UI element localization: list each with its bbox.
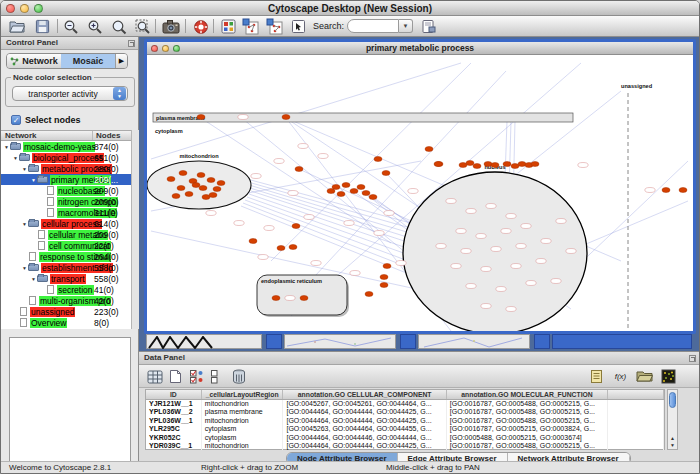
network-node[interactable] (380, 283, 388, 288)
network-node[interactable] (277, 246, 285, 251)
network-node[interactable] (318, 154, 328, 159)
annotation-icon[interactable] (289, 17, 308, 36)
network-node[interactable] (357, 185, 365, 190)
tree-row[interactable]: unassigned223(0) (1, 306, 131, 317)
background-window-fragment[interactable] (534, 334, 550, 349)
network-node[interactable] (506, 214, 516, 219)
table-row[interactable]: YKR052Ccytoplasm[GO:0044464, GO:0044446,… (146, 434, 664, 442)
network-node[interactable] (207, 178, 215, 183)
tab-overflow-icon[interactable]: ▶ (115, 54, 127, 68)
network-node[interactable] (209, 193, 217, 198)
table-row[interactable]: YDR039C__1mitochondrion[GO:0044464, GO:0… (146, 442, 664, 450)
network-node[interactable] (556, 219, 566, 224)
search-input[interactable] (347, 19, 399, 33)
tree-row[interactable]: cell communicat22(0) (1, 240, 131, 251)
zoom-in-icon[interactable] (85, 17, 104, 36)
birdseye-view-panel[interactable] (9, 337, 131, 474)
network-node[interactable] (383, 264, 391, 269)
network-node[interactable] (382, 171, 390, 176)
network-node[interactable] (425, 147, 433, 152)
network-node[interactable] (466, 209, 476, 214)
network-node[interactable] (491, 163, 499, 168)
network-node[interactable] (199, 186, 207, 191)
network-view-titlebar[interactable]: primary metabolic process (147, 42, 693, 55)
network-node[interactable] (342, 183, 350, 188)
network-node[interactable] (365, 292, 373, 297)
network-node[interactable] (541, 239, 551, 244)
network-node[interactable] (518, 162, 526, 167)
network-node[interactable] (473, 164, 481, 169)
region-plasma-membrane[interactable] (153, 113, 573, 122)
float-panel-icon[interactable] (689, 355, 696, 362)
tree-row[interactable]: ▼primary metabo209(... (1, 174, 131, 185)
tree-row[interactable]: nucleobase-209(0) (1, 185, 131, 196)
network-node[interactable] (566, 249, 576, 254)
function-builder-icon[interactable]: f(x) (611, 367, 630, 386)
network-canvas[interactable]: plasma membranecytoplasmmitochondrionnuc… (147, 55, 693, 331)
expand-triangle-icon[interactable]: ▼ (21, 221, 28, 227)
network-node[interactable] (285, 296, 295, 301)
table-row[interactable]: YLR295Ccytoplasm[GO:0045263, GO:0044464,… (146, 425, 664, 433)
tree-row[interactable]: ▼biological_process651(0) (1, 152, 131, 163)
network-node[interactable] (217, 181, 225, 186)
tree-row[interactable]: nitrogen compo209(0) (1, 196, 131, 207)
network-node[interactable] (344, 221, 354, 226)
tree-row[interactable]: response to stimulu264(0) (1, 251, 131, 262)
expand-triangle-icon[interactable]: ▼ (30, 177, 37, 183)
tree-row[interactable]: ▼mosaic-demo-yeast874(0) (1, 141, 131, 152)
network-node[interactable] (516, 244, 526, 249)
network-node[interactable] (350, 189, 358, 194)
column-header[interactable]: annotation.GO MOLECULAR_FUNCTION (447, 390, 608, 399)
tree-col-nodes[interactable]: Nodes (93, 131, 131, 140)
save-icon[interactable] (33, 17, 52, 36)
tree-row[interactable]: ▼establishment of lo558(0) (1, 262, 131, 273)
expand-triangle-icon[interactable]: ▼ (21, 265, 28, 271)
background-window-fragment[interactable] (400, 334, 416, 349)
network-node[interactable] (251, 174, 261, 179)
network-node[interactable] (466, 284, 476, 289)
network-node[interactable] (192, 183, 200, 188)
network-node[interactable] (536, 259, 546, 264)
network-node[interactable] (185, 192, 193, 197)
network-node[interactable] (526, 281, 536, 286)
tree-row[interactable]: Overview8(0) (1, 317, 131, 328)
tab-network[interactable]: Network (7, 54, 61, 68)
network-node[interactable] (362, 191, 370, 196)
snapshot-icon[interactable] (161, 17, 180, 36)
window-titlebar[interactable]: Cytoscape Desktop (New Session) (1, 1, 699, 16)
table-row[interactable]: YPL036W__2plasma membrane[GO:0044464, GO… (146, 408, 664, 416)
network-node[interactable] (249, 239, 257, 244)
network-node[interactable] (350, 271, 360, 276)
network-node[interactable] (436, 244, 446, 249)
background-window-fragment[interactable] (266, 334, 282, 349)
open-icon[interactable] (7, 17, 26, 36)
zoom-out-icon[interactable] (61, 17, 80, 36)
network-node[interactable] (503, 162, 511, 167)
background-window-fragment[interactable] (552, 334, 692, 349)
attribute-matrix-icon[interactable] (659, 367, 678, 386)
tree-row[interactable]: ▼transport558(0) (1, 273, 131, 284)
table-row[interactable]: YPL036W__1mitochondrion[GO:0044464, GO:0… (146, 417, 664, 425)
network-node[interactable] (311, 261, 321, 266)
network-node[interactable] (292, 224, 300, 229)
table-scrollbar-thumb[interactable] (669, 392, 676, 408)
network-node[interactable] (446, 199, 456, 204)
network-node[interactable] (374, 157, 382, 162)
column-header[interactable]: annotation.GO CELLULAR_COMPONENT (283, 390, 446, 399)
help-icon[interactable] (191, 17, 210, 36)
network-node[interactable] (238, 115, 248, 120)
network-view-frame[interactable]: primary metabolic process plasma membran… (144, 39, 696, 334)
vizmapper-icon[interactable] (219, 17, 238, 36)
column-header[interactable]: _cellularLayoutRegion (202, 390, 284, 399)
select-nodes-checkbox[interactable]: ✓ (11, 115, 21, 125)
tree-scrollbar[interactable] (131, 130, 139, 329)
network-node[interactable] (461, 249, 471, 254)
network-node[interactable] (258, 255, 268, 260)
network-node[interactable] (298, 144, 308, 149)
network-node[interactable] (481, 304, 491, 309)
tab-mosaic[interactable]: Mosaic (61, 54, 115, 68)
network-node[interactable] (531, 162, 539, 167)
network-node[interactable] (213, 187, 221, 192)
network-node[interactable] (645, 188, 655, 193)
tree-row[interactable]: ▼cellular process614(0) (1, 218, 131, 229)
